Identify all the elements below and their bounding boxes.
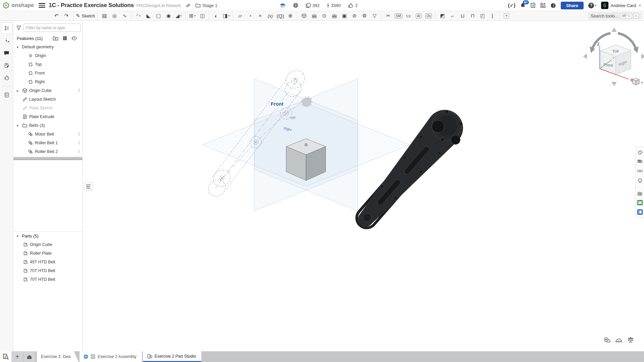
feature-row-right[interactable]: Right [13, 77, 82, 86]
flatten-button[interactable]: ⊔ [457, 12, 467, 20]
feature-list-toggle[interactable] [84, 182, 93, 191]
belt-tool-button[interactable]: ▭ [403, 12, 413, 20]
featurescript-robot-2-button[interactable] [329, 12, 339, 20]
bend-button[interactable]: ⌐ [447, 12, 457, 20]
onshape-logo[interactable]: onshape [0, 2, 37, 9]
learning-center-icon[interactable] [550, 3, 556, 8]
part-row-70t-htd-belt[interactable]: 70T HTD Belt [13, 266, 82, 275]
feature-row-origin[interactable]: Origin [13, 51, 82, 60]
likes-count[interactable]: 2 [348, 3, 357, 8]
filter-input[interactable] [23, 23, 81, 32]
feature-row-front[interactable]: Front [13, 69, 82, 77]
configurations-flyout-button[interactable] [636, 167, 644, 175]
history-clock-icon[interactable] [71, 36, 77, 41]
split-button[interactable]: ◨▾ [221, 12, 231, 20]
torus-button[interactable]: ⊘ [349, 12, 359, 20]
hole-button[interactable]: ◉ [163, 12, 174, 20]
add-folder-icon[interactable] [53, 36, 58, 41]
revolve-button[interactable]: ◎ [109, 12, 119, 20]
feature-row-default-geometry[interactable]: ▾Default geometry [13, 43, 82, 51]
copies-count[interactable]: 392 [306, 3, 320, 8]
tab-exercise-2-part-studio[interactable]: Exercise 2 Part Studio [143, 351, 202, 362]
graphics-viewport[interactable]: Front Top Right [83, 21, 644, 351]
plane-button[interactable]: ▱ [235, 12, 245, 20]
appearance-flyout-button[interactable] [636, 148, 644, 156]
user-menu[interactable]: S Andrew Card ▾ [601, 2, 641, 9]
main-menu-icon[interactable] [39, 2, 45, 9]
sweep-button[interactable]: ∿ [119, 12, 130, 20]
checklist-panel-button[interactable] [1, 90, 12, 100]
link-icon[interactable] [186, 3, 191, 8]
filter-button[interactable]: ▽ [369, 12, 380, 20]
item-menu-icon[interactable]: ⁞ [79, 88, 80, 93]
mirror-2-button[interactable]: ◩ [437, 12, 447, 20]
tab-exercise-2-assembly[interactable]: Exercise 2 Assembly [80, 351, 142, 362]
insert-tool-button[interactable]: + [501, 12, 511, 20]
feature-row-plate-extrude[interactable]: Plate Extrude [13, 112, 82, 121]
variable-lookup-button[interactable]: (Q) [275, 12, 285, 20]
feature-row-plate-sketch[interactable]: Plate Sketch [13, 104, 82, 112]
feature-row-belts-3-[interactable]: ▾Belts (3) [13, 121, 82, 130]
point-button[interactable]: ⊙ [319, 12, 329, 20]
fillet-button[interactable]: ◜▾ [133, 12, 143, 20]
extrude-button[interactable]: ▤ [99, 12, 109, 20]
isometric-view-button[interactable] [633, 78, 639, 85]
redo-button[interactable]: ↷ [61, 12, 71, 20]
doc-green-flyout-button[interactable] [636, 199, 644, 207]
share-button[interactable]: Share [561, 2, 584, 9]
view-cube[interactable]: Top Front Right Z X Y ▾ [582, 25, 644, 88]
sheet-metal-button[interactable]: SM [393, 12, 403, 20]
feature-row-roller-belt-1[interactable]: Roller Belt 1⁞ [13, 139, 82, 147]
item-menu-icon[interactable]: ⁞ [79, 141, 80, 145]
parts-header-row[interactable]: ▾ Parts (5) [13, 231, 82, 240]
feature-spec-icon[interactable]: {✓} [508, 3, 515, 8]
view-up-arrow[interactable] [611, 28, 617, 32]
undo-button[interactable]: ↶ [51, 12, 61, 20]
chevron-down-icon[interactable]: ▾ [17, 124, 22, 127]
mate-connector-button[interactable]: ⊕ [285, 12, 295, 20]
ai-button[interactable]: Ai [413, 12, 424, 20]
scene-canvas[interactable]: Front Top Right [83, 21, 644, 351]
item-menu-icon[interactable]: ⁞ [79, 132, 80, 137]
chevron-down-icon[interactable]: ▾ [17, 45, 22, 49]
notifications-bell[interactable]: 9+ [520, 3, 526, 8]
linear-pattern-button[interactable]: ⊞▾ [187, 12, 197, 20]
app-store-icon[interactable] [540, 3, 546, 8]
views-count[interactable]: 3390 [327, 3, 341, 8]
insert-cube-button[interactable] [299, 12, 309, 20]
feature-row-origin-cube[interactable]: ▸Origin Cube⁞ [13, 86, 82, 95]
feature-row-roller-belt-2[interactable]: Roller Belt 2⁞ [13, 147, 82, 156]
history-panel-button[interactable] [1, 72, 12, 83]
chevron-right-icon[interactable]: ▸ [17, 89, 22, 93]
mass-properties-icon[interactable] [627, 336, 635, 344]
feature-list-panel-button[interactable] [1, 23, 12, 34]
filter-funnel-icon[interactable] [16, 25, 21, 30]
feature-row-top[interactable]: Top [13, 60, 82, 69]
comments-panel-button[interactable] [1, 48, 12, 58]
home-tab-button[interactable] [23, 351, 36, 362]
sketch-button[interactable]: ✎Sketch [75, 12, 96, 20]
protractor-icon[interactable] [615, 336, 623, 344]
boolean-button[interactable]: ◐ [211, 12, 221, 20]
release-tasks-icon[interactable] [530, 3, 536, 8]
helix-button[interactable]: ◔ [245, 12, 255, 20]
folder-icon[interactable] [195, 3, 201, 8]
gear-button[interactable]: ⚙ [359, 12, 369, 20]
versions-panel-button[interactable] [1, 35, 12, 46]
help-menu[interactable]: ? ▾ [588, 3, 596, 8]
new-tab-button[interactable]: + [11, 351, 23, 362]
workspace-name[interactable]: Stage 1 [202, 3, 217, 8]
modify-button[interactable]: ▣ [339, 12, 349, 20]
featurescript-robot-1-button[interactable] [309, 12, 319, 20]
shell-button[interactable]: ▢ [153, 12, 163, 20]
tab-manager-icon[interactable] [0, 351, 11, 362]
view-down-arrow[interactable] [611, 82, 617, 86]
ds-button[interactable]: Ds [424, 12, 434, 20]
public-indicator[interactable] [293, 3, 298, 8]
pause-rollback-icon[interactable] [63, 36, 67, 41]
laser-joint-button[interactable]: ✂ [383, 12, 393, 20]
view-left-arrow[interactable] [583, 54, 587, 59]
part-row-45t-htd-belt[interactable]: 45T HTD Belt [13, 258, 82, 266]
flange-button[interactable]: ⌊ [488, 12, 498, 20]
mirror-button[interactable]: ◫ [197, 12, 207, 20]
